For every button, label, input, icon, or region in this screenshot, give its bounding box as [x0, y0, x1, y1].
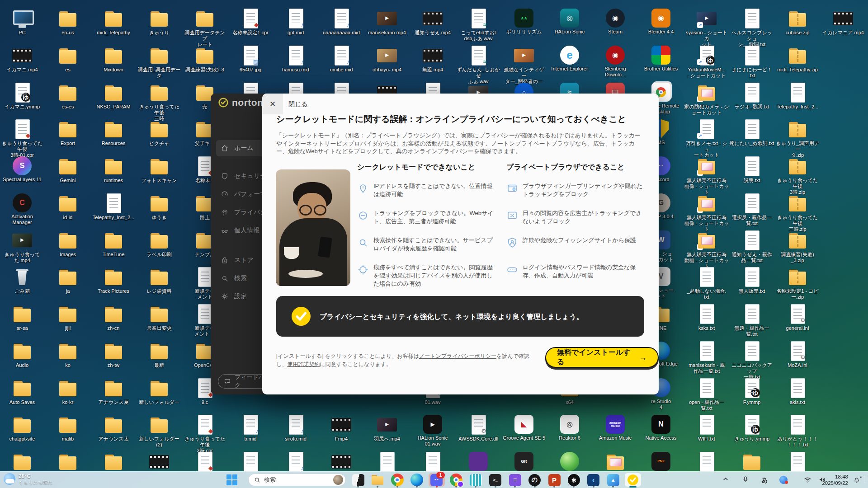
desktop-icon[interactable]: ゆ↗YukkuriMovieM...- ショートカット [684, 45, 729, 79]
desktop-icon[interactable]: ニコニコバックアップ一時.txt [729, 340, 774, 380]
desktop-icon[interactable]: ◎HALion Sonic [547, 8, 592, 35]
taskbar-item-powerpoint[interactable]: P [546, 473, 562, 487]
desktop-icon[interactable]: 調査練習(失敗)_3 [182, 45, 227, 73]
desktop-icon[interactable]: Gemini [45, 155, 90, 183]
taskbar-item-niconico-app[interactable]: の [527, 473, 543, 487]
desktop-icon[interactable]: まにまにわーど！.txt [729, 45, 774, 79]
desktop-icon[interactable]: midi_Telepathy [91, 8, 136, 36]
desktop-icon[interactable] [593, 451, 638, 473]
desktop-icon[interactable] [410, 451, 455, 473]
desktop-icon[interactable]: Mixdown [91, 45, 136, 73]
desktop-icon[interactable]: 無題・親作品一覧.txt [729, 303, 774, 337]
taskbar-item-edge[interactable] [409, 473, 425, 487]
desktop-icon[interactable]: 無題.mp4 [410, 45, 455, 73]
desktop-icon[interactable]: id-id [45, 192, 90, 221]
desktop-icon[interactable]: Telepathy_Inst_2... [775, 82, 820, 110]
desktop-icon[interactable]: ♪uaaaaaaaaa.mid [319, 8, 364, 36]
desktop-icon[interactable]: ▶きゅうり食ってた.mp4 [0, 230, 45, 263]
desktop-icon[interactable]: ↗無人販売不正行為動画 - ショートカット [684, 230, 729, 269]
desktop-icon[interactable] [729, 451, 774, 473]
desktop-icon[interactable]: CActivationManager [0, 192, 45, 225]
desktop-icon[interactable]: ▶HALion Sonic01.wav [410, 414, 455, 447]
desktop-icon[interactable]: ◆きゅうり食ってた午後3時-01.cpr [0, 118, 45, 158]
desktop-icon[interactable]: ありがとう！！！！！！.txt [775, 414, 820, 448]
desktop-icon[interactable]: ar-sa [0, 303, 45, 331]
desktop-icon[interactable] [684, 451, 729, 473]
microphone-icon[interactable] [741, 475, 750, 483]
taskbar-item-split-app[interactable] [350, 473, 366, 487]
desktop-icon[interactable]: 調査用_調査用データ [137, 45, 182, 79]
desktop-icon[interactable]: ≈ずんだもん_しおかぜふぁ.wav [456, 45, 501, 84]
desktop-icon[interactable]: chatgpt-site [0, 414, 45, 442]
desktop-icon[interactable]: 選択反・親作品一覧.txt [729, 192, 774, 226]
desktop-icon[interactable]: きゅうり食ってた午後3時.zip [775, 155, 820, 195]
chevron-up-icon[interactable] [722, 475, 730, 483]
desktop-icon[interactable]: 調査練習(失敗)_3.zip [775, 230, 820, 263]
desktop-icon[interactable] [364, 451, 410, 473]
desktop-icon[interactable]: Telepathy_Inst_2... [91, 192, 136, 221]
taskbar-item-back-arrow-app[interactable]: ‹ [585, 473, 602, 487]
desktop-icon[interactable]: ◉Steam [593, 8, 638, 35]
desktop-icon[interactable]: 説明.txt [729, 155, 774, 183]
desktop-icon[interactable]: zh-tw [91, 340, 136, 368]
taskbar-item-file-explorer[interactable] [369, 473, 386, 487]
license-agreement-link[interactable]: 使用許諾契約 [287, 361, 320, 367]
desktop-icon[interactable]: ko-kr [45, 377, 90, 405]
clock[interactable]: 18:48 2025/09/22 [822, 474, 848, 486]
desktop-icon[interactable]: きゅうり_調声用データ.zip [775, 118, 820, 158]
desktop-icon[interactable]: ヘルスコンプレッション__歌詞.txt [729, 8, 774, 47]
desktop-icon[interactable]: ▶ohhayo-.mp4 [364, 45, 410, 73]
desktop-icon[interactable]: ◣Groove Agent SE 5 [501, 414, 547, 441]
desktop-icon[interactable]: PN2 [638, 451, 684, 472]
desktop-icon[interactable]: ♪umibe.mid [319, 45, 364, 73]
desktop-icon[interactable]: jijii [45, 303, 90, 331]
desktop-icon[interactable] [91, 451, 136, 473]
start-button[interactable] [226, 474, 238, 486]
taskbar-item-terminal[interactable]: >_ [487, 473, 504, 487]
desktop-icon[interactable]: Images [45, 230, 90, 258]
desktop-icon[interactable] [456, 451, 501, 472]
desktop-icon[interactable]: ▶↗syasinn - ショートカット [684, 8, 729, 47]
desktop-icon[interactable]: 無人販売.txt [729, 266, 774, 294]
desktop-icon[interactable]: ⚙general.ini [775, 303, 820, 331]
taskbar-item-striped-audio-app[interactable] [467, 473, 484, 487]
desktop-icon[interactable]: cubase.zip [775, 8, 820, 36]
close-link[interactable]: 閉じる [288, 100, 308, 108]
weather-widget[interactable]: 28°C くもりのち晴れ [4, 473, 52, 485]
desktop-icon[interactable] [547, 451, 592, 472]
desktop-icon[interactable]: SSpectraLayers 11 [0, 155, 45, 183]
desktop-icon[interactable]: ja [45, 266, 90, 294]
desktop-icon[interactable]: open - 親作品一覧.txt [684, 377, 729, 411]
desktop-icon[interactable]: 新しいフォルダー [137, 377, 182, 405]
desktop-icon[interactable] [45, 451, 90, 473]
desktop-icon[interactable]: 最新 [137, 340, 182, 368]
desktop-icon[interactable]: ↗家の防犯カメラ - ショートカット [684, 82, 729, 116]
desktop-icon[interactable]: _起動しない場合.txt [684, 266, 729, 300]
desktop-icon[interactable]: WIFI.txt [684, 414, 729, 442]
desktop-icon[interactable]: ⚙AWSSDK.Core.dll [456, 414, 501, 442]
desktop-icon[interactable]: 通知うぜえ・親作品一覧.txt [729, 230, 774, 263]
desktop-icon[interactable]: ゆイカマニ.ymmp [0, 82, 45, 110]
wifi-icon[interactable] [803, 475, 812, 484]
desktop-icon[interactable] [228, 451, 273, 473]
desktop-icon[interactable]: ↗無人販売不正行為画像 - ショートカット [684, 192, 729, 232]
desktop-icon[interactable]: ラベル印刷 [137, 230, 182, 258]
taskbar-item-norton[interactable] [625, 473, 641, 487]
desktop-icon[interactable]: ピクチャ [137, 118, 182, 146]
desktop-icon[interactable]: ◆名称未設定1.cpr [228, 8, 273, 36]
desktop-icon[interactable]: malib [45, 414, 90, 442]
taskbar-search[interactable]: 検索 [248, 474, 346, 486]
desktop-icon[interactable] [0, 451, 45, 473]
desktop-icon[interactable]: en-us [45, 8, 90, 36]
desktop-icon[interactable]: ゆうき [137, 192, 182, 221]
desktop-icon[interactable]: zh-cn [91, 303, 136, 331]
desktop-icon[interactable]: ▶manisekarin.mp4 [364, 8, 410, 36]
desktop-icon[interactable]: Brother Utilities [638, 45, 684, 72]
desktop-icon[interactable]: ゆきゅうり.ymmp [729, 414, 774, 442]
desktop-icon[interactable]: Export [45, 118, 90, 146]
desktop-icon[interactable] [137, 451, 182, 473]
desktop-icon[interactable]: Resources [91, 118, 136, 146]
desktop-icon[interactable]: Audio [0, 340, 45, 368]
taskbar-item-chatgpt[interactable]: ∗ [566, 473, 582, 487]
desktop-icon[interactable]: ↗無人販売不正行為画像 - ショートカット [684, 155, 729, 195]
